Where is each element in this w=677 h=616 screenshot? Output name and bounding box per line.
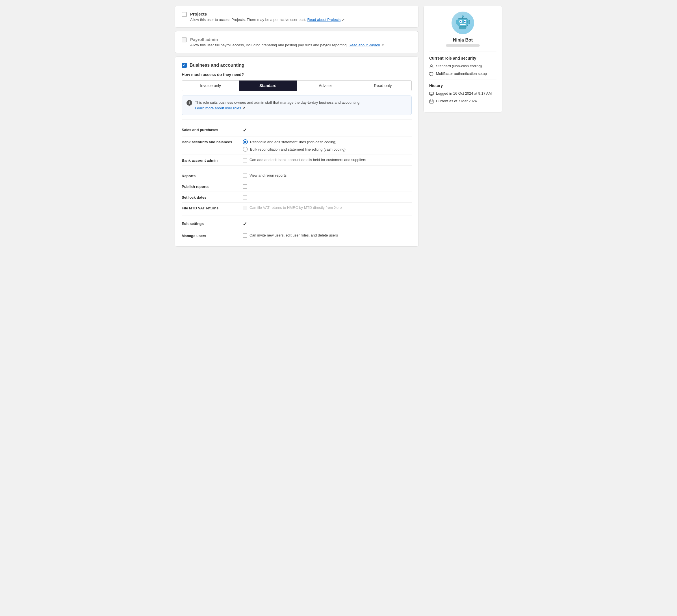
more-options-button[interactable]: ⋯ — [491, 11, 496, 18]
robot-avatar-svg — [454, 14, 471, 31]
mtd-checkbox — [243, 206, 247, 210]
tab-read-only[interactable]: Read only — [354, 81, 411, 91]
svg-rect-10 — [459, 26, 466, 29]
shield-icon — [429, 72, 434, 76]
svg-point-4 — [464, 21, 466, 22]
role-item-0: Standard (Non-cash coding) — [429, 64, 496, 69]
svg-rect-12 — [430, 92, 434, 95]
svg-rect-13 — [430, 100, 434, 103]
edit-settings-checkmark: ✓ — [243, 221, 412, 227]
payroll-checkbox[interactable] — [182, 37, 187, 42]
user-email-placeholder — [446, 44, 480, 47]
perm-row-edit-settings: Edit settings ✓ — [182, 218, 412, 230]
perm-label-reports: Reports — [182, 173, 238, 178]
payroll-desc: Allow this user full payroll access, inc… — [190, 43, 384, 47]
business-title: Business and accounting — [190, 63, 244, 68]
manage-users-checkbox-row[interactable]: Can invite new users, edit user roles, a… — [243, 233, 412, 238]
current-role-section: Current role and security Standard (Non-… — [429, 56, 496, 76]
perm-row-bank-admin: Bank account admin Can add and edit bank… — [182, 155, 412, 166]
perm-row-sales: Sales and purchases ✓ — [182, 124, 412, 136]
projects-checkbox[interactable] — [182, 12, 187, 17]
sidebar-panel: ⋯ — [423, 6, 502, 113]
business-checkbox[interactable] — [182, 63, 187, 68]
perm-label-bank: Bank accounts and balances — [182, 139, 238, 144]
svg-rect-5 — [460, 24, 466, 25]
learn-more-link[interactable]: Learn more about user roles — [195, 106, 241, 110]
projects-desc: Allow this user to access Projects. Ther… — [190, 17, 345, 22]
projects-link[interactable]: Read about Projects — [307, 17, 341, 22]
history-title: History — [429, 83, 496, 88]
perm-row-mtd: File MTD VAT returns Can file VAT return… — [182, 203, 412, 213]
perm-divider-2 — [182, 216, 412, 216]
perm-row-lock: Set lock dates — [182, 192, 412, 203]
calendar-icon — [429, 99, 434, 104]
avatar — [452, 11, 474, 34]
perm-label-edit-settings: Edit settings — [182, 221, 238, 226]
manage-users-checkbox[interactable] — [243, 233, 247, 238]
publish-checkbox[interactable] — [243, 184, 247, 189]
lock-checkbox[interactable] — [243, 195, 247, 200]
svg-rect-0 — [458, 18, 468, 26]
svg-point-3 — [460, 21, 461, 22]
access-question: How much access do they need? — [182, 72, 412, 77]
projects-card: Projects Allow this user to access Proje… — [175, 6, 419, 28]
perm-label-mtd: File MTD VAT returns — [182, 206, 238, 210]
user-header: ⋯ — [429, 11, 496, 51]
sales-checkmark: ✓ — [243, 127, 412, 133]
current-role-title: Current role and security — [429, 56, 496, 60]
perm-label-manage-users: Manage users — [182, 233, 238, 238]
perm-divider-1 — [182, 168, 412, 168]
radio-non-cash[interactable]: Reconcile and edit statement lines (non-… — [243, 139, 412, 144]
tab-standard[interactable]: Standard — [239, 81, 297, 91]
user-name: Ninja Bot — [453, 38, 473, 43]
business-card: Business and accounting How much access … — [175, 56, 419, 247]
perm-label-lock: Set lock dates — [182, 195, 238, 200]
info-icon: i — [186, 100, 192, 106]
role-info-text: This role suits business owners and admi… — [195, 100, 361, 111]
role-info-box: i This role suits business owners and ad… — [182, 95, 412, 115]
svg-rect-8 — [456, 20, 458, 24]
radio-cash-coding[interactable]: Bulk reconciliation and statement line e… — [243, 147, 412, 152]
perm-label-publish: Publish reports — [182, 184, 238, 189]
permissions-section: Sales and purchases ✓ Bank accounts and … — [182, 120, 412, 241]
perm-row-bank: Bank accounts and balances Reconcile and… — [182, 136, 412, 155]
bank-admin-checkbox-row[interactable]: Can add and edit bank account details he… — [243, 158, 412, 163]
svg-point-11 — [431, 65, 432, 67]
perm-row-publish: Publish reports — [182, 181, 412, 192]
svg-rect-9 — [468, 20, 469, 24]
role-item-1: Multifactor authentication setup — [429, 72, 496, 76]
tab-adviser[interactable]: Adviser — [297, 81, 354, 91]
radio-non-cash-btn[interactable] — [243, 139, 248, 144]
access-tab-bar: Invoice only Standard Adviser Read only — [182, 80, 412, 91]
history-section: History Logged in 16 Oct 2024 at 9:17 AM… — [429, 79, 496, 104]
tab-invoice-only[interactable]: Invoice only — [182, 81, 239, 91]
bank-admin-checkbox[interactable] — [243, 158, 247, 163]
mtd-checkbox-row: Can file VAT returns to HMRC by MTD dire… — [243, 206, 412, 210]
person-icon — [429, 64, 434, 69]
reports-checkbox[interactable] — [243, 174, 247, 178]
payroll-card: Payroll admin Allow this user full payro… — [175, 31, 419, 53]
radio-cash-btn[interactable] — [243, 147, 248, 152]
perm-row-reports: Reports View and rerun reports — [182, 170, 412, 181]
perm-label-bank-admin: Bank account admin — [182, 158, 238, 163]
projects-title: Projects — [190, 11, 345, 16]
monitor-icon — [429, 92, 434, 96]
history-item-1: Current as of 7 Mar 2024 — [429, 99, 496, 104]
perm-label-sales: Sales and purchases — [182, 127, 238, 132]
payroll-link[interactable]: Read about Payroll — [349, 43, 380, 47]
svg-point-7 — [462, 15, 464, 17]
payroll-title: Payroll admin — [190, 37, 384, 42]
history-item-0: Logged in 16 Oct 2024 at 9:17 AM — [429, 91, 496, 96]
perm-row-manage-users: Manage users Can invite new users, edit … — [182, 230, 412, 241]
reports-checkbox-row[interactable]: View and rerun reports — [243, 173, 412, 178]
